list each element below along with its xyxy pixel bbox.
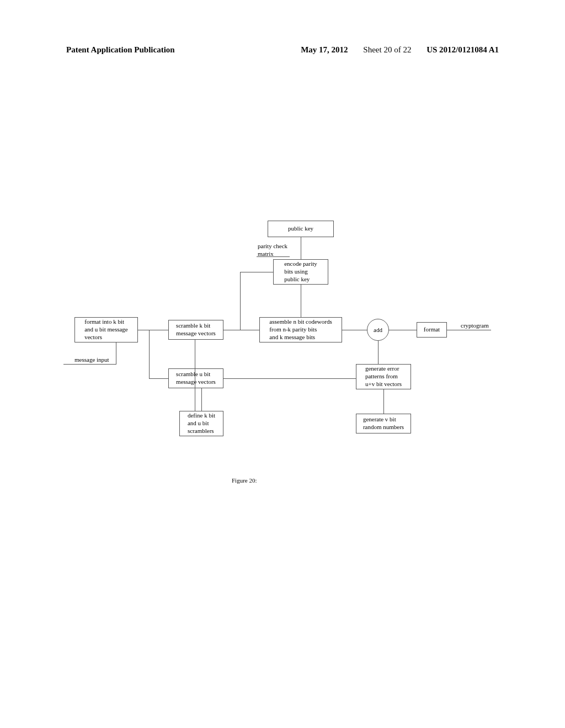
line-format-to-scrambleu-h: [149, 378, 168, 379]
format-cryptogram-box: format: [417, 322, 447, 338]
line-msginput-join: [116, 364, 116, 365]
scramble-k-box: scramble k bit message vectors: [168, 320, 223, 340]
assemble-box: assemble n bit codewords from n-k parity…: [259, 317, 342, 342]
line-encode-to-assemble: [301, 285, 301, 317]
public-key-box: public key: [268, 221, 334, 237]
generate-error-box: generate error patterns from u+v bit vec…: [356, 364, 411, 389]
add-circle: add: [367, 319, 389, 341]
line-format-to-scrambleu-v: [149, 330, 150, 378]
scramble-u-box: scramble u bit message vectors: [168, 368, 223, 388]
figure-caption: Figure 20:: [232, 477, 257, 484]
line-generr-to-add: [378, 341, 379, 364]
diagram: public key encode parity bits using publ…: [74, 221, 488, 496]
message-input-label: message input: [74, 356, 109, 364]
parity-check-label: parity check matrix: [258, 243, 287, 258]
line-add-to-format: [389, 330, 417, 330]
header-pubno: US 2012/0121084 A1: [427, 45, 499, 54]
line-pk-to-encode: [301, 237, 301, 259]
cryptogram-label: cryptogram: [461, 322, 489, 330]
line-scramblek-to-encode-v: [240, 272, 241, 330]
line-scrambleu-to-generr: [223, 378, 356, 379]
line-parity-underline: [257, 256, 290, 257]
generate-vbit-box: generate v bit random numbers: [356, 414, 411, 433]
header-sheet: Sheet 20 of 22: [363, 45, 411, 54]
header-left: Patent Application Publication: [66, 45, 175, 55]
format-kbit-box: format into k bit and u bit message vect…: [74, 317, 138, 342]
define-scramblers-box: define k bit and u bit scramblers: [179, 411, 223, 436]
line-genvbit-to-generr: [383, 389, 384, 414]
header-date: May 17, 2012: [301, 45, 348, 54]
line-scramblek-to-encode-h: [240, 272, 273, 272]
line-definescr-to-scrambleu: [201, 388, 202, 411]
line-msg-input: [63, 364, 116, 365]
line-definescr-to-scramblek-v: [195, 340, 195, 411]
line-crypt-underline: [459, 330, 491, 330]
line-scramblek-to-assemble: [223, 330, 259, 330]
line-format-to-scramblek: [138, 330, 168, 330]
line-msginput-to-format-v: [116, 342, 116, 365]
line-assemble-to-add: [342, 330, 367, 330]
encode-parity-box: encode parity bits using public key: [273, 259, 328, 285]
